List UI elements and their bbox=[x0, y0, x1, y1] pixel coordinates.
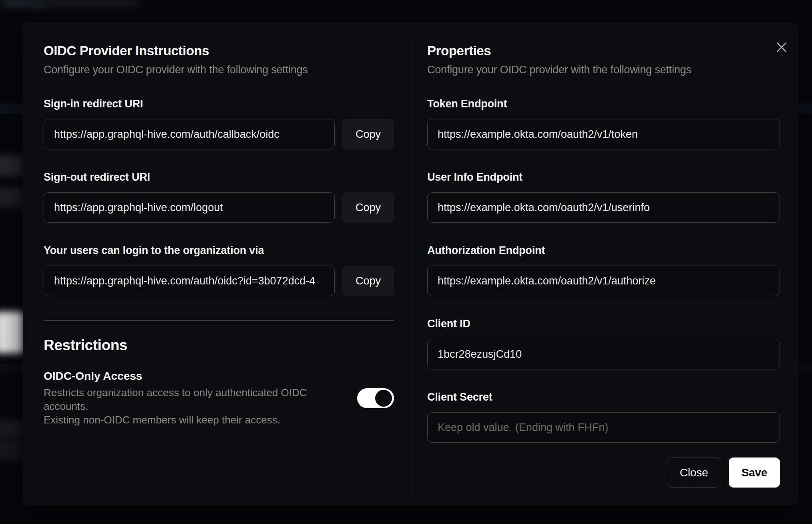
backdrop-blur-shape bbox=[0, 420, 24, 437]
login-url-row: Copy bbox=[44, 266, 394, 296]
description-line-1: Restricts organization access to only au… bbox=[44, 387, 307, 412]
client-secret-input[interactable] bbox=[427, 412, 780, 443]
sign-in-redirect-input[interactable] bbox=[44, 119, 335, 149]
instructions-subtitle: Configure your OIDC provider with the fo… bbox=[44, 64, 394, 76]
backdrop-blur-shape bbox=[0, 155, 23, 176]
save-button[interactable]: Save bbox=[729, 457, 780, 488]
authorization-endpoint-input[interactable] bbox=[427, 266, 780, 296]
modal-footer: Close Save bbox=[427, 457, 780, 488]
user-info-endpoint-input[interactable] bbox=[427, 192, 780, 223]
properties-column: Properties Configure your OIDC provider … bbox=[427, 22, 780, 488]
client-id-label: Client ID bbox=[427, 318, 780, 330]
section-divider bbox=[44, 320, 394, 321]
oidc-only-access-text: OIDC-Only Access Restricts organization … bbox=[44, 370, 340, 427]
token-endpoint-label: Token Endpoint bbox=[427, 98, 780, 110]
instructions-column: OIDC Provider Instructions Configure you… bbox=[44, 22, 394, 427]
client-secret-row bbox=[427, 412, 780, 443]
login-url-input[interactable] bbox=[44, 266, 335, 296]
token-endpoint-input[interactable] bbox=[427, 119, 780, 149]
oidc-only-access-row: OIDC-Only Access Restricts organization … bbox=[44, 370, 394, 427]
column-divider bbox=[412, 37, 412, 496]
sign-out-redirect-label: Sign-out redirect URI bbox=[44, 171, 394, 183]
client-id-row bbox=[427, 339, 780, 369]
login-url-label: Your users can login to the organization… bbox=[44, 244, 394, 257]
sign-out-redirect-input[interactable] bbox=[44, 192, 335, 223]
restrictions-title: Restrictions bbox=[44, 337, 394, 354]
toggle-knob bbox=[375, 390, 392, 407]
backdrop-blur-shape bbox=[0, 439, 24, 460]
authorization-endpoint-label: Authorization Endpoint bbox=[427, 244, 780, 257]
oidc-only-access-toggle[interactable] bbox=[357, 388, 394, 408]
token-endpoint-row bbox=[427, 119, 780, 149]
backdrop-blur-shape bbox=[28, 0, 140, 8]
authorization-endpoint-row bbox=[427, 266, 780, 296]
properties-title: Properties bbox=[427, 43, 780, 58]
backdrop-blur-shape bbox=[0, 187, 23, 208]
sign-out-redirect-row: Copy bbox=[44, 192, 394, 223]
backdrop-blur-shape bbox=[2, 0, 46, 7]
client-secret-label: Client Secret bbox=[427, 391, 780, 403]
oidc-settings-modal: OIDC Provider Instructions Configure you… bbox=[23, 22, 798, 505]
copy-sign-in-button[interactable]: Copy bbox=[342, 119, 394, 149]
backdrop-blur-button bbox=[0, 312, 23, 353]
oidc-only-access-description: Restricts organization access to only au… bbox=[44, 386, 340, 427]
oidc-only-access-label: OIDC-Only Access bbox=[44, 370, 340, 383]
description-line-2: Existing non-OIDC members will keep thei… bbox=[44, 414, 280, 426]
instructions-title: OIDC Provider Instructions bbox=[44, 43, 394, 58]
sign-in-redirect-row: Copy bbox=[44, 119, 394, 149]
copy-login-url-button[interactable]: Copy bbox=[342, 266, 394, 296]
sign-in-redirect-label: Sign-in redirect URI bbox=[44, 98, 394, 110]
properties-subtitle: Configure your OIDC provider with the fo… bbox=[427, 64, 780, 76]
client-id-input[interactable] bbox=[427, 339, 780, 369]
copy-sign-out-button[interactable]: Copy bbox=[342, 192, 394, 223]
close-button[interactable]: Close bbox=[667, 457, 721, 488]
user-info-endpoint-label: User Info Endpoint bbox=[427, 171, 780, 183]
user-info-endpoint-row bbox=[427, 192, 780, 223]
